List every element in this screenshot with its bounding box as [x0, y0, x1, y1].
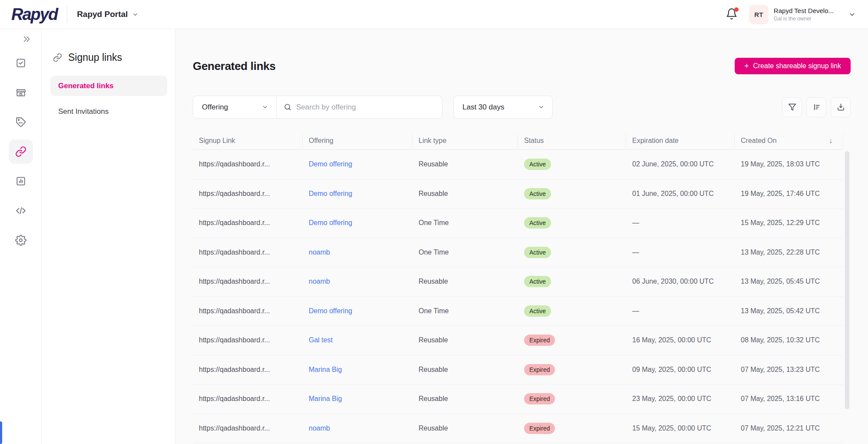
notifications-button[interactable] — [726, 8, 739, 21]
gear-icon — [15, 235, 26, 246]
download-button[interactable] — [831, 97, 851, 117]
status-badge: Expired — [524, 364, 555, 375]
link-type-cell: Reusable — [413, 366, 518, 374]
expiration-date-cell: 09 May, 2025, 00:00 UTC — [626, 366, 735, 374]
sidebar-item-sent-invitations[interactable]: Sent Invitations — [50, 101, 167, 122]
table-row[interactable]: https://qadashboard.r... noamb One Time … — [193, 238, 843, 268]
signup-link-cell: https://qadashboard.r... — [193, 307, 303, 315]
column-header-offering[interactable]: Offering — [303, 134, 413, 147]
rapyd-logo: Rapyd — [11, 5, 67, 24]
chevron-down-icon — [848, 11, 856, 18]
offering-link[interactable]: Demo offering — [309, 219, 352, 226]
portal-selector-label: Rapyd Portal — [77, 10, 128, 19]
create-button-label: Create shareable signup link — [753, 62, 841, 70]
avatar: RT — [749, 5, 769, 24]
tag-icon — [15, 116, 26, 128]
sidebar-title: Signup links — [50, 52, 167, 63]
table-row[interactable]: https://qadashboard.r... noamb Reusable … — [193, 414, 843, 444]
link-type-cell: Reusable — [413, 336, 518, 344]
expand-sidebar-button[interactable] — [22, 34, 32, 44]
expiration-date-cell: 16 May, 2025, 00:00 UTC — [626, 336, 735, 344]
column-header-signup-link[interactable]: Signup Link — [193, 134, 303, 147]
column-header-created-on[interactable]: Created On ↓ — [735, 134, 843, 147]
signup-link-cell: https://qadashboard.r... — [193, 366, 303, 374]
created-on-cell: 13 May, 2025, 22:28 UTC — [735, 249, 843, 256]
table-row[interactable]: https://qadashboard.r... Demo offering O… — [193, 297, 843, 326]
account-menu[interactable]: RT Rapyd Test Develo... Gal is the owner — [749, 5, 856, 24]
column-header-link-type[interactable]: Link type — [413, 134, 518, 147]
offering-link[interactable]: Demo offering — [309, 307, 352, 315]
expiration-date-cell: — — [626, 307, 735, 315]
table-row[interactable]: https://qadashboard.r... Marina Big Reus… — [193, 355, 843, 385]
main-content: Generated links + Create shareable signu… — [175, 29, 868, 444]
link-icon — [53, 53, 62, 62]
offering-filter-dropdown[interactable]: Offering — [193, 96, 277, 118]
table-row[interactable]: https://qadashboard.r... Demo offering O… — [193, 209, 843, 238]
create-shareable-signup-link-button[interactable]: + Create shareable signup link — [735, 58, 851, 74]
filter-button[interactable] — [782, 97, 802, 117]
status-badge: Active — [524, 188, 551, 199]
created-on-cell: 08 May, 2025, 10:32 UTC — [735, 336, 843, 344]
link-type-cell: One Time — [413, 219, 518, 227]
left-edge-widget[interactable] — [0, 421, 2, 444]
signup-link-cell: https://qadashboard.r... — [193, 278, 303, 285]
portal-selector[interactable]: Rapyd Portal — [77, 10, 139, 19]
account-name: Rapyd Test Develo... — [774, 7, 834, 14]
sidebar-item-settings[interactable] — [9, 228, 33, 252]
status-cell: Expired — [518, 335, 626, 346]
generated-links-table: Signup Link Offering Link type Status Ex… — [193, 132, 843, 443]
column-header-expiration-date[interactable]: Expiration date — [626, 134, 735, 147]
signup-link-cell: https://qadashboard.r... — [193, 249, 303, 256]
check-square-icon — [15, 57, 26, 69]
status-cell: Active — [518, 159, 626, 170]
sidebar-item-reports[interactable] — [9, 169, 33, 193]
offering-link[interactable]: Demo offering — [309, 190, 352, 197]
sidebar-item-merchants[interactable] — [9, 80, 33, 105]
offering-link[interactable]: noamb — [309, 278, 330, 285]
offering-link[interactable]: Marina Big — [309, 366, 342, 373]
storefront-icon — [15, 87, 26, 98]
code-icon — [15, 205, 26, 216]
status-badge: Expired — [524, 335, 555, 346]
sidebar-item-generated-links[interactable]: Generated links — [50, 76, 167, 96]
expiration-date-cell: 02 June, 2025, 00:00 UTC — [626, 160, 735, 168]
link-type-cell: Reusable — [413, 190, 518, 198]
status-badge: Active — [524, 217, 551, 229]
created-on-cell: 19 May, 2025, 17:46 UTC — [735, 190, 843, 198]
offering-link[interactable]: noamb — [309, 249, 330, 256]
sidebar-item-tasks[interactable] — [9, 51, 33, 75]
offering-link[interactable]: Gal test — [309, 336, 333, 344]
sort-button[interactable] — [806, 97, 826, 117]
sidebar-title-label: Signup links — [68, 52, 122, 63]
sort-descending-icon: ↓ — [829, 137, 832, 145]
chevron-down-icon — [132, 11, 139, 18]
table-row[interactable]: https://qadashboard.r... Demo offering R… — [193, 150, 843, 179]
sidebar-item-developers[interactable] — [9, 199, 33, 223]
table-row[interactable]: https://qadashboard.r... Marina Big Reus… — [193, 384, 843, 414]
signup-link-cell: https://qadashboard.r... — [193, 336, 303, 344]
search-input[interactable] — [296, 103, 435, 112]
table-row[interactable]: https://qadashboard.r... Demo offering R… — [193, 179, 843, 209]
expiration-date-cell: — — [626, 249, 735, 256]
offering-link[interactable]: noamb — [309, 424, 330, 432]
expiration-date-cell: 23 May, 2025, 00:00 UTC — [626, 395, 735, 403]
sidebar-item-signup-links[interactable] — [9, 139, 33, 164]
table-scrollbar[interactable] — [845, 151, 849, 409]
status-cell: Active — [518, 188, 626, 199]
signup-link-cell: https://qadashboard.r... — [193, 219, 303, 227]
sidebar-item-offers[interactable] — [9, 110, 33, 134]
offering-link[interactable]: Demo offering — [309, 160, 352, 168]
status-cell: Active — [518, 305, 626, 317]
link-type-cell: One Time — [413, 249, 518, 256]
offering-link[interactable]: Marina Big — [309, 395, 342, 402]
table-row[interactable]: https://qadashboard.r... noamb Reusable … — [193, 267, 843, 297]
date-range-dropdown[interactable]: Last 30 days — [453, 96, 553, 119]
column-header-status[interactable]: Status — [518, 134, 626, 147]
expiration-date-cell: 06 June, 2030, 00:00 UTC — [626, 278, 735, 285]
page-title: Generated links — [193, 60, 276, 73]
offering-cell: Gal test — [303, 336, 413, 344]
table-header: Signup Link Offering Link type Status Ex… — [193, 132, 843, 150]
expiration-date-cell: 15 May, 2025, 00:00 UTC — [626, 424, 735, 432]
table-row[interactable]: https://qadashboard.r... Gal test Reusab… — [193, 326, 843, 355]
created-on-cell: 19 May, 2025, 18:03 UTC — [735, 160, 843, 168]
